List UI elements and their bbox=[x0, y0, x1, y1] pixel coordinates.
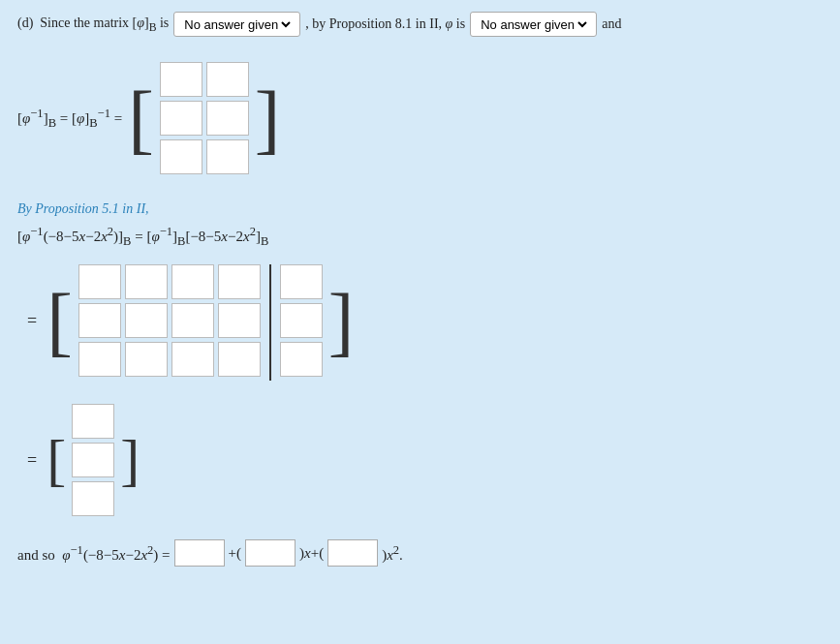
bracket-left-3: [ bbox=[47, 431, 66, 489]
matrix-cell[interactable] bbox=[72, 404, 114, 439]
answer-input-x2[interactable] bbox=[327, 539, 378, 567]
matrix1-grid bbox=[156, 58, 253, 178]
section-phi-inverse: [φ−1]B = [φ]B−1 = [ ] bbox=[17, 58, 823, 178]
matrix-cell[interactable] bbox=[72, 443, 114, 477]
matrix-cell[interactable] bbox=[160, 101, 202, 136]
matrix-cell[interactable] bbox=[218, 342, 261, 377]
x2-text: )x2. bbox=[382, 543, 403, 564]
matrix-cell[interactable] bbox=[280, 264, 323, 299]
prop-text: By Proposition 5.1 in II, bbox=[17, 201, 823, 217]
aug-matrix-left: [ bbox=[47, 261, 354, 381]
result-grid bbox=[68, 400, 118, 520]
matrix-cell[interactable] bbox=[280, 342, 323, 377]
dropdown1[interactable]: No answer given bbox=[173, 12, 300, 37]
matrix-cell[interactable] bbox=[125, 342, 168, 377]
bottom-prefix: and so φ−1(−8−5x−2x2) = bbox=[17, 543, 171, 564]
bracket-right-1: ] bbox=[255, 79, 281, 157]
augmented-eq: = [ bbox=[27, 261, 823, 381]
matrix-cell[interactable] bbox=[78, 264, 121, 299]
bracket-right-3: ] bbox=[120, 431, 140, 489]
eq-sign-1: = bbox=[27, 311, 37, 331]
eq-sign-2: = bbox=[27, 450, 37, 471]
matrix-cell[interactable] bbox=[160, 139, 202, 174]
dropdown2[interactable]: No answer given bbox=[470, 12, 597, 37]
matrix-cell[interactable] bbox=[171, 342, 214, 377]
matrix-cell[interactable] bbox=[171, 303, 214, 338]
matrix-cell[interactable] bbox=[160, 62, 202, 97]
result-row: = [ ] bbox=[27, 400, 823, 520]
aug-row1: = [ bbox=[27, 261, 823, 381]
left-grid bbox=[75, 261, 264, 381]
top-prefix: (d) Since the matrix [φ]B is bbox=[17, 15, 169, 34]
matrix1-container: [ ] bbox=[128, 58, 280, 178]
right-grid bbox=[276, 261, 327, 381]
top-line: (d) Since the matrix [φ]B is No answer g… bbox=[17, 12, 823, 37]
matrix-cell[interactable] bbox=[218, 303, 261, 338]
matrix-cell[interactable] bbox=[72, 481, 114, 516]
matrix-cell[interactable] bbox=[125, 303, 168, 338]
label-phi-inv: [φ−1]B = [φ]B−1 = bbox=[17, 107, 122, 131]
x-text: )x+( bbox=[299, 545, 324, 562]
answer-input-x[interactable] bbox=[245, 539, 296, 567]
answer-input-constant[interactable] bbox=[174, 539, 225, 567]
matrix-cell[interactable] bbox=[78, 303, 121, 338]
result-matrix-row: = [ ] bbox=[27, 400, 823, 520]
matrix-cell[interactable] bbox=[125, 264, 168, 299]
plus-sign: +( bbox=[229, 545, 241, 562]
comma-text: , by Proposition 8.1 in II, φ is bbox=[305, 16, 465, 32]
matrix-cell[interactable] bbox=[206, 101, 249, 136]
matrix-cell[interactable] bbox=[206, 62, 249, 97]
result-matrix: [ ] bbox=[47, 400, 140, 520]
equation-line: [φ−1(−8−5x−2x2)]B = [φ−1]B[−8−5x−2x2]B bbox=[17, 225, 823, 249]
matrix1-label: [φ−1]B = [φ]B−1 = [ ] bbox=[17, 58, 823, 178]
bottom-line: and so φ−1(−8−5x−2x2) = +( )x+( )x2. bbox=[17, 539, 823, 567]
bracket-left-1: [ bbox=[128, 79, 154, 157]
dropdown2-select[interactable]: No answer given bbox=[477, 16, 590, 33]
bracket-right-2: ] bbox=[328, 282, 355, 359]
matrix-cell[interactable] bbox=[206, 139, 249, 174]
and-text: and bbox=[602, 16, 621, 32]
matrix-cell[interactable] bbox=[78, 342, 121, 377]
dropdown1-select[interactable]: No answer given bbox=[180, 16, 294, 33]
matrix-cell[interactable] bbox=[218, 264, 261, 299]
prop-section: By Proposition 5.1 in II, [φ−1(−8−5x−2x2… bbox=[17, 201, 823, 249]
bracket-left-2: [ bbox=[47, 282, 73, 359]
matrix-cell[interactable] bbox=[171, 264, 214, 299]
matrix-cell[interactable] bbox=[280, 303, 323, 338]
